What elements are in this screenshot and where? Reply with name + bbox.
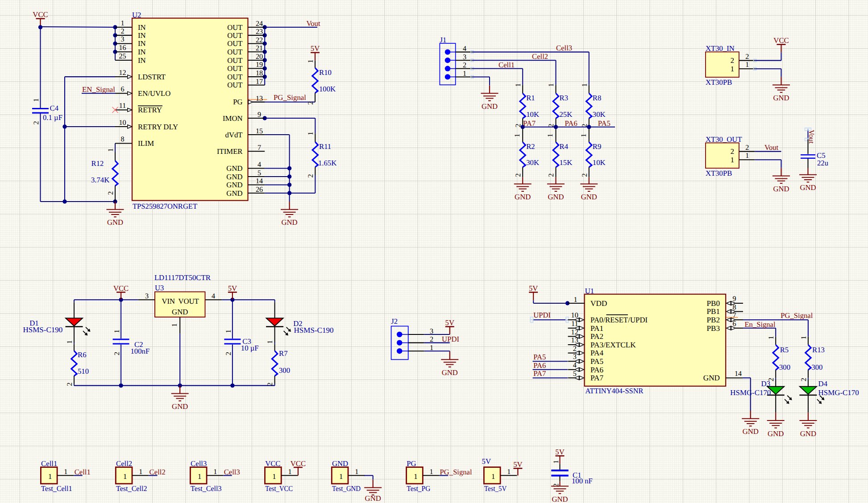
- svg-text:GND: GND: [332, 459, 348, 468]
- svg-text:22u: 22u: [817, 159, 829, 167]
- svg-text:6: 6: [121, 85, 125, 93]
- svg-text:2: 2: [66, 383, 74, 386]
- svg-text:4: 4: [257, 161, 261, 169]
- svg-text:Test_PG: Test_PG: [407, 484, 430, 493]
- svg-text:XT30_OUT: XT30_OUT: [706, 135, 742, 144]
- svg-text:TPS259827ONRGET: TPS259827ONRGET: [133, 202, 197, 210]
- svg-text:R4: R4: [560, 142, 569, 151]
- svg-text:30K: 30K: [593, 110, 606, 119]
- svg-text:R1: R1: [526, 94, 535, 102]
- svg-text:GND: GND: [482, 102, 498, 111]
- svg-text:GND: GND: [743, 427, 759, 436]
- svg-text:2: 2: [307, 174, 315, 177]
- svg-text:GND: GND: [548, 193, 564, 201]
- svg-text:XT30_IN: XT30_IN: [706, 44, 735, 53]
- svg-text:IN: IN: [138, 23, 146, 32]
- svg-text:IN: IN: [138, 31, 146, 40]
- svg-text:1.65K: 1.65K: [318, 159, 336, 167]
- svg-text:1: 1: [507, 468, 511, 476]
- svg-text:3: 3: [463, 53, 466, 61]
- svg-text:PG_Signal: PG_Signal: [781, 311, 813, 320]
- svg-text:PA5: PA5: [598, 119, 611, 128]
- svg-text:D3: D3: [761, 379, 770, 388]
- svg-text:VCC: VCC: [113, 284, 129, 293]
- svg-text:VCC: VCC: [265, 459, 280, 468]
- svg-text:26: 26: [256, 186, 263, 194]
- svg-text:XT30PB: XT30PB: [706, 169, 732, 177]
- svg-text:1: 1: [307, 132, 315, 135]
- svg-text:1: 1: [121, 19, 125, 27]
- svg-text:OUT: OUT: [227, 64, 242, 73]
- svg-text:XT30PB: XT30PB: [706, 78, 732, 87]
- svg-text:5V: 5V: [513, 460, 522, 469]
- svg-text:PB2: PB2: [706, 316, 720, 324]
- svg-text:R8: R8: [593, 94, 601, 102]
- svg-text:LD1117DT50CTR: LD1117DT50CTR: [154, 273, 211, 282]
- svg-text:1: 1: [113, 330, 121, 333]
- svg-text:PA1: PA1: [590, 324, 603, 333]
- svg-text:2: 2: [307, 101, 315, 105]
- svg-text:J2: J2: [391, 317, 398, 326]
- svg-text:14: 14: [735, 370, 742, 378]
- svg-text:Cell2: Cell2: [532, 52, 548, 61]
- svg-text:12: 12: [571, 328, 578, 336]
- svg-text:Test_Cell2: Test_Cell2: [116, 484, 147, 493]
- svg-text:25K: 25K: [560, 110, 573, 119]
- svg-text:2: 2: [731, 147, 734, 156]
- svg-text:GND: GND: [226, 164, 242, 173]
- svg-text:R3: R3: [560, 94, 568, 102]
- svg-text:25: 25: [119, 52, 126, 60]
- svg-text:PA6: PA6: [533, 361, 546, 370]
- svg-text:OUT: OUT: [227, 39, 242, 48]
- svg-text:2: 2: [547, 173, 555, 177]
- svg-text:RETRY: RETRY: [138, 106, 162, 114]
- svg-text:EN_Signal: EN_Signal: [82, 85, 115, 94]
- svg-text:4: 4: [573, 361, 577, 369]
- svg-text:VCC: VCC: [773, 36, 789, 45]
- svg-text:2: 2: [113, 352, 121, 355]
- svg-text:18: 18: [256, 69, 263, 77]
- svg-text:2: 2: [731, 56, 734, 65]
- svg-text:Cell1: Cell1: [498, 61, 515, 69]
- svg-text:30K: 30K: [526, 158, 539, 167]
- svg-text:1: 1: [224, 330, 233, 333]
- svg-text:2: 2: [463, 61, 466, 69]
- svg-text:GND: GND: [800, 429, 816, 438]
- svg-text:OUT: OUT: [227, 31, 242, 40]
- svg-text:HSMS-C190: HSMS-C190: [294, 326, 334, 334]
- svg-text:Cell1: Cell1: [41, 459, 57, 468]
- svg-text:Cell1: Cell1: [75, 468, 91, 476]
- svg-text:Cell3: Cell3: [191, 459, 207, 468]
- svg-text:R11: R11: [319, 142, 331, 151]
- svg-text:10K: 10K: [593, 158, 606, 167]
- svg-text:Cell3: Cell3: [556, 44, 572, 52]
- svg-text:1: 1: [48, 472, 52, 481]
- svg-text:2: 2: [121, 27, 125, 35]
- svg-text:PB0: PB0: [706, 299, 720, 308]
- svg-text:300: 300: [779, 363, 790, 371]
- svg-text:2: 2: [573, 345, 577, 353]
- svg-text:3.74K: 3.74K: [91, 176, 109, 184]
- svg-text:2: 2: [800, 378, 808, 381]
- svg-text:GND: GND: [107, 218, 123, 227]
- svg-text:PB3: PB3: [706, 324, 720, 333]
- svg-text:8: 8: [733, 303, 736, 311]
- svg-text:U1: U1: [585, 287, 594, 295]
- svg-text:1: 1: [547, 134, 555, 137]
- svg-text:1: 1: [339, 472, 343, 481]
- svg-text:R9: R9: [593, 142, 601, 151]
- svg-text:22: 22: [256, 36, 263, 44]
- svg-text:U2: U2: [132, 11, 141, 19]
- svg-text:2: 2: [224, 352, 233, 355]
- svg-text:21: 21: [256, 44, 263, 52]
- svg-text:Test_Cell3: Test_Cell3: [191, 484, 222, 493]
- svg-text:1: 1: [573, 296, 577, 304]
- svg-text:PA4: PA4: [590, 349, 603, 357]
- svg-text:3: 3: [573, 353, 577, 361]
- svg-text:7: 7: [733, 311, 736, 319]
- svg-text:GND: GND: [365, 494, 381, 503]
- svg-text:1: 1: [123, 472, 127, 481]
- svg-text:1: 1: [272, 472, 276, 481]
- svg-text:1: 1: [767, 336, 775, 339]
- svg-text:GND: GND: [172, 308, 188, 316]
